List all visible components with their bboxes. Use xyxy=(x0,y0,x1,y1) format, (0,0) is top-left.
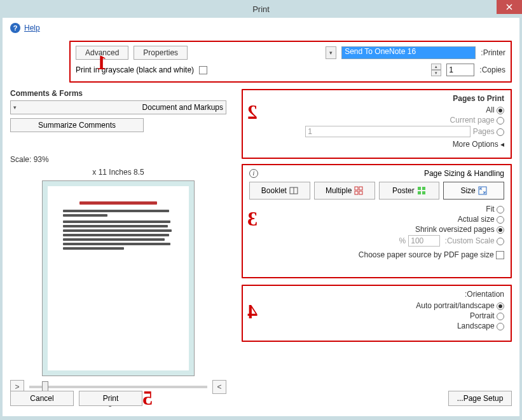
annotation-3: 3 xyxy=(247,207,258,231)
radio-landscape[interactable] xyxy=(497,323,504,330)
paper-source-checkbox[interactable] xyxy=(496,251,504,259)
booklet-icon xyxy=(289,186,298,195)
comments-select[interactable]: Document and Markups ▾ xyxy=(10,100,226,114)
svg-rect-7 xyxy=(355,191,358,194)
size-icon xyxy=(478,186,487,195)
grayscale-checkbox[interactable] xyxy=(199,66,207,74)
preview-dims: 8.5 x 11 Inches xyxy=(10,168,226,177)
pages-range-input[interactable] xyxy=(305,126,470,137)
pages-heading: Pages to Print xyxy=(249,94,504,103)
copies-spinner[interactable]: ▴▾ xyxy=(431,64,441,76)
section-orientation: Orientation: Auto portrait/landscape Por… xyxy=(242,285,512,342)
printer-label: Printer: xyxy=(481,48,505,57)
grayscale-label: Print in grayscale (black and white) xyxy=(76,65,194,74)
size-button[interactable]: Size xyxy=(443,182,504,200)
help-link[interactable]: Help xyxy=(24,24,40,32)
svg-rect-4 xyxy=(422,191,425,194)
preview-scale: Scale: 93% xyxy=(10,155,226,164)
radio-auto-orient[interactable] xyxy=(497,302,504,310)
copies-input[interactable] xyxy=(446,64,474,76)
poster-button[interactable]: Poster xyxy=(379,182,440,200)
poster-icon xyxy=(417,186,426,195)
radio-all[interactable] xyxy=(497,107,504,114)
page-preview xyxy=(42,180,195,376)
title-bar: Print xyxy=(0,0,522,18)
spinner-down[interactable]: ▾ xyxy=(431,70,441,76)
section-pages-to-print: Pages to Print All Current page Pages ◂ … xyxy=(242,89,512,159)
booklet-button[interactable]: Booklet xyxy=(249,182,310,200)
svg-rect-5 xyxy=(355,187,358,190)
more-options[interactable]: ◂ More Options xyxy=(249,140,504,149)
summarize-button[interactable]: Summarize Comments xyxy=(10,118,144,132)
annotation-5: 5 xyxy=(142,386,153,410)
orientation-heading: Orientation: xyxy=(249,290,504,299)
page-setup-button[interactable]: Page Setup... xyxy=(448,391,512,406)
section-printer: Printer: Send To OneNote 16 ▾ Properties… xyxy=(69,41,512,83)
printer-dropdown-button[interactable]: ▾ xyxy=(326,46,336,59)
svg-rect-6 xyxy=(359,187,362,190)
preview-page xyxy=(54,193,182,364)
svg-rect-3 xyxy=(418,191,421,194)
annotation-4: 4 xyxy=(247,300,258,323)
section-sizing: Page Sizing & Handling i Size Poster Mul… xyxy=(242,164,512,278)
close-button[interactable] xyxy=(497,0,522,14)
dialog-content: ? Help Printer: Send To OneNote 16 ▾ Pro… xyxy=(3,18,519,416)
svg-rect-8 xyxy=(359,191,362,194)
radio-actual[interactable] xyxy=(497,216,504,224)
window-title: Print xyxy=(252,4,270,14)
comments-heading: Comments & Forms xyxy=(10,89,226,98)
radio-current[interactable] xyxy=(497,117,504,125)
radio-custom[interactable] xyxy=(497,238,504,245)
close-icon xyxy=(506,4,512,10)
custom-scale-input[interactable] xyxy=(408,235,440,247)
comments-preview-column: Comments & Forms Document and Markups ▾ … xyxy=(10,89,226,407)
radio-shrink[interactable] xyxy=(497,226,504,234)
multiple-button[interactable]: Multiple xyxy=(314,182,375,200)
radio-pages[interactable] xyxy=(497,128,504,136)
svg-rect-2 xyxy=(422,187,425,190)
spinner-up[interactable]: ▴ xyxy=(431,64,441,70)
bottom-bar: Page Setup... 5 Print Cancel xyxy=(10,386,512,410)
radio-fit[interactable] xyxy=(497,206,504,213)
sizing-heading: Page Sizing & Handling xyxy=(424,169,504,178)
chevron-down-icon: ▾ xyxy=(13,104,17,111)
copies-label: Copies: xyxy=(479,65,505,74)
svg-rect-1 xyxy=(418,187,421,190)
printer-select[interactable]: Send To OneNote 16 xyxy=(341,46,476,59)
annotation-2: 2 xyxy=(247,100,258,124)
help-icon[interactable]: ? xyxy=(10,23,20,33)
print-button[interactable]: Print xyxy=(79,391,142,406)
annotation-1: 1 xyxy=(97,51,107,74)
multiple-icon xyxy=(354,186,363,195)
radio-portrait[interactable] xyxy=(497,313,504,320)
properties-button[interactable]: Properties xyxy=(134,46,188,60)
cancel-button[interactable]: Cancel xyxy=(10,391,74,406)
info-icon[interactable]: i xyxy=(249,169,258,178)
